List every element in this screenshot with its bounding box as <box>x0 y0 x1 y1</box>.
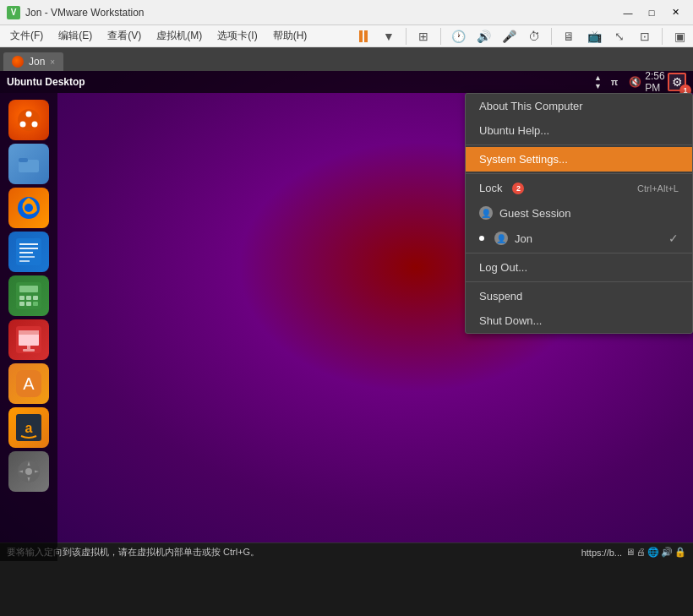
dock-icon-files[interactable] <box>8 144 49 184</box>
menu-sep-3 <box>466 253 692 253</box>
guest-user-icon: 👤 <box>479 206 493 220</box>
menu-file[interactable]: 文件(F) <box>3 27 50 45</box>
dock-icon-amazon[interactable]: a <box>8 407 49 448</box>
vm-area[interactable]: Ubuntu Desktop ▲▼ π 🔇 2:56 PM ⚙ 1 <box>0 71 693 561</box>
menu-vm[interactable]: 虚拟机(M) <box>150 27 209 45</box>
dock-icon-firefox[interactable] <box>8 188 49 228</box>
panel-right: ▲▼ π 🔇 2:56 PM ⚙ 1 <box>594 73 686 91</box>
dock-icon-impress[interactable] <box>8 319 49 360</box>
status-icon-5: 🔒 <box>674 547 686 558</box>
toolbar-sep-4 <box>662 28 663 45</box>
app-icon: V <box>7 6 20 19</box>
menu-edit[interactable]: 编辑(E) <box>52 27 99 45</box>
svg-rect-13 <box>19 260 30 262</box>
ubuntu-top-panel: Ubuntu Desktop ▲▼ π 🔇 2:56 PM ⚙ 1 <box>0 71 693 93</box>
svg-point-1 <box>26 112 32 117</box>
system-settings-gear-button[interactable]: ⚙ 1 <box>668 73 686 91</box>
mic2-icon[interactable]: 🎤 <box>499 26 519 46</box>
timer-icon[interactable]: ⏱ <box>524 26 544 46</box>
svg-rect-19 <box>19 302 25 306</box>
svg-rect-21 <box>33 302 38 306</box>
display-icon[interactable]: 📺 <box>584 26 604 46</box>
menu-shutdown[interactable]: Shut Down... <box>466 308 692 333</box>
tab-label: Jon <box>29 56 45 68</box>
sort-icon: ▲▼ <box>594 74 602 90</box>
menu-suspend[interactable]: Suspend <box>466 284 692 308</box>
svg-text:A: A <box>23 374 35 393</box>
window-mode-icon[interactable]: ▣ <box>669 26 690 46</box>
clock-icon[interactable]: 🕐 <box>448 26 468 46</box>
panel-desktop-title: Ubuntu Desktop <box>7 76 85 88</box>
svg-point-7 <box>25 204 33 212</box>
menu-help[interactable]: 帮助(H) <box>266 27 314 45</box>
dock-icon-calc[interactable] <box>8 275 49 316</box>
menu-about-computer[interactable]: About This Computer <box>466 94 692 118</box>
svg-rect-12 <box>19 256 35 258</box>
menu-guest-session[interactable]: 👤 Guest Session <box>466 200 692 226</box>
menu-system-settings[interactable]: System Settings... <box>466 147 692 172</box>
svg-rect-16 <box>19 296 25 300</box>
tab-close-button[interactable]: × <box>50 57 55 67</box>
fullscreen-icon[interactable]: ⊡ <box>635 26 655 46</box>
svg-point-2 <box>20 122 26 128</box>
menu-view[interactable]: 查看(V) <box>101 27 148 45</box>
toolbar-sep-3 <box>551 28 552 45</box>
menu-ubuntu-help[interactable]: Ubuntu Help... <box>466 118 692 143</box>
maximize-button[interactable]: □ <box>641 4 663 21</box>
dock-icon-writer[interactable] <box>8 232 49 272</box>
system-dropdown-menu: About This Computer Ubuntu Help... Syste… <box>465 93 693 334</box>
pause-icon[interactable] <box>353 26 374 46</box>
volume-panel-icon[interactable]: 🔇 <box>627 74 642 90</box>
vm-screen[interactable]: Ubuntu Desktop ▲▼ π 🔇 2:56 PM ⚙ 1 <box>0 71 693 561</box>
jon-user-icon: 👤 <box>494 232 508 245</box>
svg-rect-24 <box>19 330 39 335</box>
svg-rect-20 <box>26 302 31 306</box>
svg-rect-17 <box>26 296 31 300</box>
monitor-icon[interactable]: 🖥 <box>559 26 579 46</box>
vm-tab-jon[interactable]: Jon × <box>3 52 63 71</box>
resize-icon[interactable]: ⤡ <box>609 26 630 46</box>
time-display: 2:56 PM <box>647 74 663 90</box>
pi-icon[interactable]: π <box>607 74 622 90</box>
ubuntu-tab-icon <box>12 56 24 68</box>
menu-sep-4 <box>466 281 692 282</box>
menu-tabs[interactable]: 选项卡(I) <box>210 27 264 45</box>
dropdown-arrow-icon[interactable]: ▼ <box>379 26 399 46</box>
statusbar-icons: 🖥 🖨 🌐 🔊 🔒 <box>625 547 686 558</box>
dock-icon-system-settings[interactable] <box>8 451 49 492</box>
check-icon: ✓ <box>668 232 679 245</box>
annotation-badge-2: 2 <box>512 183 524 194</box>
menu-logout[interactable]: Log Out... <box>466 255 692 280</box>
svg-rect-9 <box>19 243 38 245</box>
tabbar: Jon × <box>0 47 693 71</box>
statusbar-url: https://b... <box>581 548 622 558</box>
statusbar-right: https://b... 🖥 🖨 🌐 🔊 🔒 <box>581 547 686 558</box>
svg-rect-18 <box>33 296 38 300</box>
active-user-dot <box>479 236 484 241</box>
titlebar: V Jon - VMware Workstation — □ ✕ <box>0 0 693 25</box>
menu-sep-2 <box>466 173 692 174</box>
svg-rect-26 <box>27 346 30 349</box>
svg-rect-10 <box>19 248 38 249</box>
svg-text:a: a <box>25 421 33 435</box>
status-icon-4: 🔊 <box>661 547 673 558</box>
minimize-button[interactable]: — <box>617 4 639 21</box>
status-icon-3: 🌐 <box>647 547 659 558</box>
window-controls: — □ ✕ <box>617 4 686 21</box>
ubuntu-dock: A a <box>0 93 57 561</box>
menu-jon-user[interactable]: 👤 Jon ✓ <box>466 226 692 251</box>
svg-point-32 <box>25 468 32 475</box>
dock-icon-appstore[interactable]: A <box>8 363 49 404</box>
svg-rect-25 <box>23 349 35 352</box>
vm-settings-icon[interactable]: ⊞ <box>413 26 434 46</box>
window-title: Jon - VMware Workstation <box>25 7 617 19</box>
toolbar-sep-1 <box>406 28 407 45</box>
menu-lock[interactable]: Lock 2 Ctrl+Alt+L <box>466 176 692 200</box>
panel-left: Ubuntu Desktop <box>7 76 85 88</box>
dock-icon-ubuntu[interactable] <box>8 100 49 140</box>
mic-icon[interactable]: 🔊 <box>473 26 494 46</box>
close-button[interactable]: ✕ <box>664 4 686 21</box>
svg-rect-15 <box>19 286 38 292</box>
svg-rect-11 <box>19 252 33 253</box>
svg-rect-5 <box>19 158 28 162</box>
